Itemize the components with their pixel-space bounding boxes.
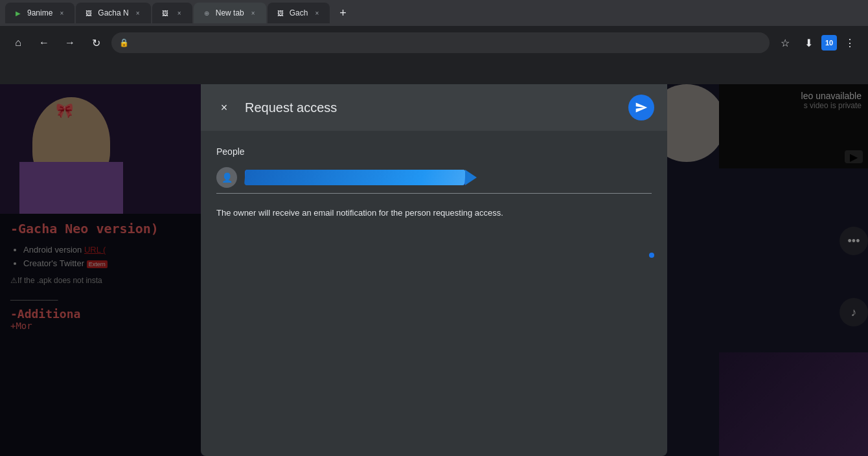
tab-favicon-gacha-n: 🖼: [84, 8, 94, 18]
tab-label-gach: Gach: [290, 8, 308, 17]
tab-new-tab[interactable]: ⊕ New tab ×: [194, 3, 266, 23]
loading-dot: [649, 253, 654, 258]
redacted-name: [245, 170, 465, 185]
home-button[interactable]: ⌂: [8, 32, 29, 53]
tab-bar: ▶ 9anime × 🖼 Gacha N × 🖼 × ⊕ New tab × 🖼…: [0, 0, 868, 26]
close-icon: ×: [221, 101, 228, 115]
modal-overlay: × Request access People 👤: [0, 84, 868, 456]
toolbar: ⌂ ← → ↻ 🔒 ☆ ⬇ 10 ⋮: [0, 26, 868, 60]
people-label: People: [216, 146, 652, 157]
back-button[interactable]: ←: [34, 32, 54, 53]
send-icon: [635, 101, 648, 114]
tab-close-gach[interactable]: ×: [312, 8, 322, 18]
tab-favicon-gach: 🖼: [275, 8, 286, 18]
tab-3[interactable]: 🖼 ×: [152, 3, 192, 23]
address-bar[interactable]: 🔒: [111, 32, 770, 53]
people-input-row: 👤: [216, 167, 652, 194]
redacted-fill: [244, 170, 466, 185]
tab-label-9anime: 9anime: [27, 8, 52, 17]
tab-label-gacha-n: Gacha N: [98, 8, 128, 17]
user-avatar: 👤: [216, 167, 237, 188]
modal-close-button[interactable]: ×: [214, 97, 234, 118]
tab-gach[interactable]: 🖼 Gach ×: [268, 3, 330, 23]
reload-button[interactable]: ↻: [86, 32, 106, 53]
lock-icon: 🔒: [119, 38, 129, 47]
redacted-name-container: [245, 170, 465, 185]
forward-button[interactable]: →: [60, 32, 80, 53]
tab-close-3[interactable]: ×: [174, 8, 185, 18]
notification-text: The owner will receive an email notifica…: [216, 207, 652, 220]
toolbar-right: ☆ ⬇ 10 ⋮: [775, 32, 860, 53]
tab-favicon-new-tab: ⊕: [201, 8, 212, 18]
tab-9anime[interactable]: ▶ 9anime ×: [5, 3, 74, 23]
extensions-badge[interactable]: 10: [821, 35, 837, 51]
tab-label-new-tab: New tab: [216, 8, 244, 17]
menu-button[interactable]: ⋮: [839, 32, 860, 53]
avatar-icon: 👤: [222, 172, 233, 183]
download-button[interactable]: ⬇: [798, 32, 819, 53]
modal-body: People 👤 The owner will receive an email…: [201, 131, 667, 235]
modal-header: × Request access: [201, 84, 667, 131]
tab-favicon-3: 🖼: [160, 8, 170, 18]
tab-close-new-tab[interactable]: ×: [248, 8, 258, 18]
tab-close-9anime[interactable]: ×: [56, 8, 67, 18]
star-button[interactable]: ☆: [775, 32, 795, 53]
tab-gacha-n[interactable]: 🖼 Gacha N ×: [76, 3, 150, 23]
new-tab-button[interactable]: +: [334, 4, 352, 22]
modal-title: Request access: [245, 100, 618, 115]
tab-close-gacha-n[interactable]: ×: [133, 8, 143, 18]
browser-chrome: ▶ 9anime × 🖼 Gacha N × 🖼 × ⊕ New tab × 🖼…: [0, 0, 868, 84]
request-access-modal: × Request access People 👤: [201, 84, 667, 456]
redacted-arrow: [465, 170, 477, 185]
send-button[interactable]: [628, 95, 654, 120]
tab-favicon-9anime: ▶: [13, 8, 23, 18]
